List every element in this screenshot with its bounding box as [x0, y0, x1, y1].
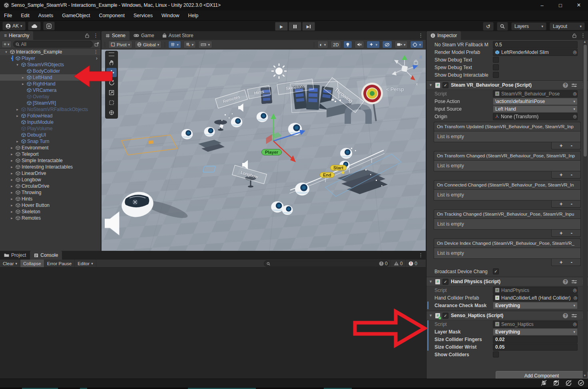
show-colliders-checkbox[interactable]: [493, 351, 499, 357]
event-remove-button[interactable]: -: [571, 260, 572, 265]
foldout-closed-icon[interactable]: ▸: [10, 159, 14, 163]
foldout-closed-icon[interactable]: ▸: [21, 82, 25, 86]
object-picker-icon[interactable]: ◎: [574, 295, 578, 300]
maximize-button[interactable]: □: [551, 0, 570, 10]
player-label[interactable]: Player: [261, 149, 282, 155]
foldout-closed-icon[interactable]: ▸: [10, 152, 14, 156]
tab-inspector[interactable]: Inspector: [427, 31, 461, 40]
object-picker-icon[interactable]: ◎: [573, 91, 577, 96]
hierarchy-row[interactable]: [SteamVR]: [0, 100, 101, 106]
create-object-button[interactable]: +▾: [2, 41, 12, 48]
event-add-button[interactable]: +: [560, 230, 563, 236]
foldout-closed-icon[interactable]: ▸: [15, 139, 20, 143]
show-debug-text-checkbox[interactable]: [493, 57, 499, 63]
auto-refresh-off-icon[interactable]: [566, 380, 572, 386]
senso-haptics-header[interactable]: ▼ #+ ✓ Senso_Haptics (Script) ?⋮: [427, 311, 588, 320]
shading-mode-dropdown[interactable]: ◐▾: [317, 41, 329, 48]
foldout-open-icon[interactable]: ▾: [15, 63, 20, 67]
event-remove-button[interactable]: -: [571, 201, 572, 206]
hand-physics-enabled-checkbox[interactable]: ✓: [442, 279, 448, 285]
foldout-closed-icon[interactable]: ▸: [10, 184, 14, 188]
hierarchy-row[interactable]: DebugUI: [0, 132, 101, 138]
2d-toggle[interactable]: 2D: [331, 41, 341, 48]
foldout-closed-icon[interactable]: ▸: [10, 146, 14, 150]
hierarchy-menu-icon[interactable]: ⋮: [93, 32, 98, 38]
hand-tool[interactable]: [106, 58, 117, 67]
hierarchy-row[interactable]: ▸Interesting Interactables: [0, 164, 101, 170]
lighting-toggle[interactable]: [343, 41, 352, 48]
cache-server-off-icon[interactable]: [553, 380, 559, 386]
lock-icon[interactable]: [572, 33, 576, 38]
hierarchy-row[interactable]: VRCamera: [0, 87, 101, 93]
menu-edit[interactable]: Edit: [21, 13, 30, 18]
foldout-closed-icon[interactable]: ▸: [10, 203, 14, 207]
menu-assets[interactable]: Assets: [38, 13, 54, 18]
foldout-closed-icon[interactable]: ▸: [15, 114, 20, 118]
event-add-button[interactable]: +: [560, 260, 563, 265]
menu-window[interactable]: Window: [161, 13, 179, 18]
pivot-toggle[interactable]: Pivot▾: [108, 41, 132, 48]
end-label[interactable]: End: [320, 172, 335, 178]
hierarchy-row[interactable]: ▸Simple Interactable: [0, 157, 101, 164]
broadcast-checkbox[interactable]: ✓: [493, 268, 499, 274]
step-button[interactable]: ▶: [302, 22, 315, 31]
gizmos-dropdown[interactable]: ▾: [410, 41, 423, 48]
prefab-open-chevron[interactable]: ›: [96, 56, 98, 61]
scene-visibility-toggle[interactable]: [382, 41, 392, 48]
foldout-closed-icon[interactable]: ▸: [10, 216, 14, 220]
presets-icon[interactable]: [572, 83, 577, 87]
menu-file[interactable]: File: [4, 13, 12, 18]
open-window-icon[interactable]: [94, 42, 99, 47]
scene-menu-icon[interactable]: ⋮: [418, 32, 423, 38]
snap-toggle[interactable]: ▾: [183, 41, 196, 48]
input-source-dropdown[interactable]: Left Hand▾: [493, 105, 578, 113]
hierarchy-row[interactable]: ▸RightHand: [0, 81, 101, 87]
layout-dropdown[interactable]: Layout▾: [550, 22, 585, 30]
scene-viewport[interactable]: Player Start End Remotes Hints Skeletons…: [102, 50, 426, 251]
presets-icon[interactable]: [572, 314, 577, 318]
collab-button[interactable]: [43, 22, 55, 30]
tab-scene[interactable]: Scene: [102, 31, 130, 40]
scroll-up-arrow[interactable]: ▲: [583, 40, 586, 44]
editor-dropdown[interactable]: Editor▾: [75, 260, 96, 267]
origin-field[interactable]: None (Transform): [493, 113, 578, 120]
object-picker-icon[interactable]: ◎: [573, 114, 577, 119]
tab-hierarchy[interactable]: ≡ Hierarchy: [0, 31, 33, 40]
event-remove-button[interactable]: -: [571, 230, 572, 236]
foldout-icon[interactable]: ▼: [429, 83, 433, 87]
warning-count[interactable]: 0: [391, 260, 406, 267]
hierarchy-row[interactable]: ▸LinearDrive: [0, 170, 101, 177]
event-remove-button[interactable]: -: [571, 172, 572, 177]
menu-help[interactable]: Help: [188, 13, 198, 18]
console-search-input[interactable]: [264, 260, 389, 267]
show-debug-interactable-checkbox[interactable]: [493, 72, 499, 78]
object-picker-icon[interactable]: ◎: [573, 288, 577, 293]
hierarchy-row[interactable]: InputModule: [0, 119, 101, 125]
transform-tool[interactable]: [106, 108, 117, 117]
lock-icon[interactable]: [85, 33, 89, 38]
audio-toggle[interactable]: [355, 41, 364, 48]
hierarchy-row[interactable]: ▸Skeleton: [0, 208, 101, 215]
global-toggle[interactable]: Global▾: [135, 41, 161, 48]
menu-component[interactable]: Component: [99, 13, 125, 18]
pose-component-header[interactable]: ▼ # ✓ Steam VR_Behaviour_Pose (Script) ?…: [427, 80, 588, 90]
debugger-off-icon[interactable]: [541, 380, 547, 386]
foldout-closed-icon[interactable]: ▸: [15, 107, 20, 111]
hand-collider-field[interactable]: #HandColliderLeft (Hand Collider): [493, 294, 578, 302]
pose-enabled-checkbox[interactable]: ✓: [442, 82, 448, 88]
presets-icon[interactable]: [572, 280, 577, 284]
move-tool[interactable]: [106, 68, 117, 77]
scene-row-menu-icon[interactable]: ⋮: [94, 49, 98, 55]
foldout-closed-icon[interactable]: ▸: [21, 75, 25, 79]
hierarchy-row[interactable]: ▸Environment: [0, 145, 101, 151]
search-button[interactable]: [497, 22, 508, 31]
increment-snap-toggle[interactable]: ▾: [198, 41, 212, 48]
tab-game[interactable]: Game: [130, 31, 158, 40]
hierarchy-row[interactable]: PlayVolume: [0, 125, 101, 132]
info-count[interactable]: 0: [376, 260, 391, 267]
help-icon[interactable]: ?: [563, 313, 568, 318]
foldout-closed-icon[interactable]: ▸: [10, 210, 14, 214]
hand-physics-script-field[interactable]: #HandPhysics: [493, 287, 578, 294]
collapse-button[interactable]: Collapse: [20, 260, 44, 267]
pose-action-dropdown[interactable]: \actions\default\in\Pose▾: [493, 98, 578, 105]
